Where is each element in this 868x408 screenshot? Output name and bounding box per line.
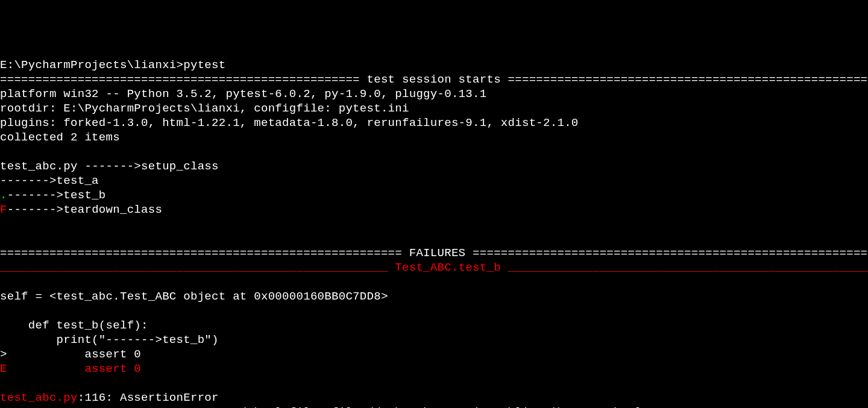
failures-header: ========================================…: [0, 246, 868, 260]
test-pass-dot-icon: .: [0, 189, 7, 202]
code-print-line: print("------->test_b"): [0, 333, 219, 347]
generated-html-file: ------------------------- generated html…: [0, 406, 832, 408]
failed-test-name: Test_ABC.test_b: [395, 261, 501, 274]
terminal-output: E:\PycharmProjects\lianxi>pytest =======…: [0, 58, 868, 408]
code-assert-line: assert 0: [7, 348, 141, 361]
rootdir-info: rootdir: E:\PycharmProjects\lianxi, conf…: [0, 102, 409, 115]
test-name-underline-right: ________________________________________…: [501, 261, 868, 274]
code-def-line: def test_b(self):: [0, 319, 148, 332]
setup-class-output: ------->setup_class: [84, 160, 218, 173]
code-assert-marker: >: [0, 348, 7, 361]
teardown-class-output: ------->teardown_class: [7, 203, 162, 216]
error-marker: E: [0, 362, 7, 375]
test-b-output: ------->test_b: [7, 189, 106, 202]
test-file-name: test_abc.py: [0, 160, 84, 173]
session-header: ========================================…: [0, 73, 867, 86]
command-prompt: E:\PycharmProjects\lianxi>pytest: [0, 58, 225, 72]
traceback-file: test_abc.py: [0, 391, 78, 404]
plugins-info: plugins: forked-1.3.0, html-1.22.1, meta…: [0, 116, 579, 130]
error-assert-line: assert 0: [7, 362, 141, 375]
self-object-repr: self = <test_abc.Test_ABC object at 0x00…: [0, 290, 388, 303]
test-name-underline-left: ________________________________________…: [0, 261, 395, 274]
traceback-location: :116: AssertionError: [78, 391, 219, 404]
test-a-output: ------->test_a: [0, 174, 99, 187]
collected-items: collected 2 items: [0, 131, 120, 144]
platform-info: platform win32 -- Python 3.5.2, pytest-6…: [0, 87, 486, 101]
test-fail-f-icon: F: [0, 203, 7, 216]
